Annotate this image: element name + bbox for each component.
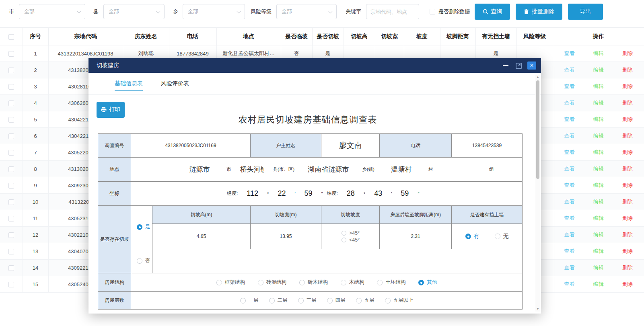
cut-width-value[interactable]: 13.95: [251, 224, 321, 249]
row-checkbox[interactable]: [8, 84, 14, 90]
dialog-scrollbar[interactable]: ▲ ▼: [535, 75, 540, 312]
wall-yes-radio[interactable]: 有: [465, 233, 479, 240]
delete-link[interactable]: 删除: [622, 132, 633, 139]
row-checkbox[interactable]: [8, 265, 14, 271]
floors-option-5plus[interactable]: 五层以上: [385, 297, 414, 304]
structure-option-brick-wood[interactable]: 砖木结构: [299, 279, 328, 286]
county-value[interactable]: 桥头河镇: [240, 165, 264, 174]
view-link[interactable]: 查看: [564, 99, 575, 107]
view-link[interactable]: 查看: [564, 281, 575, 288]
delete-link[interactable]: 删除: [622, 50, 633, 57]
view-link[interactable]: 查看: [564, 182, 575, 189]
edit-link[interactable]: 编辑: [593, 99, 604, 107]
village-value[interactable]: 温塘村: [383, 165, 420, 174]
city-value[interactable]: 涟源市: [181, 165, 218, 174]
edit-link[interactable]: 编辑: [593, 66, 604, 74]
edit-link[interactable]: 编辑: [593, 50, 604, 57]
edit-link[interactable]: 编辑: [593, 116, 604, 123]
show-deleted-checkbox[interactable]: [430, 9, 435, 14]
cut-height-value[interactable]: 4.65: [152, 224, 251, 249]
view-link[interactable]: 查看: [564, 231, 575, 238]
dialog-titlebar[interactable]: 切坡建房 ✕: [88, 58, 541, 73]
township-select[interactable]: 全部: [183, 4, 245, 19]
delete-link[interactable]: 删除: [622, 165, 633, 172]
maximize-icon[interactable]: [516, 63, 522, 69]
delete-link[interactable]: 删除: [622, 66, 633, 74]
view-link[interactable]: 查看: [564, 165, 575, 172]
structure-option-frame[interactable]: 框架结构: [216, 279, 245, 286]
latitude-sec[interactable]: 59: [401, 189, 409, 198]
edit-link[interactable]: 编辑: [593, 165, 604, 172]
row-checkbox[interactable]: [8, 150, 14, 156]
floors-option-2[interactable]: 二层: [269, 297, 288, 304]
delete-link[interactable]: 删除: [622, 198, 633, 205]
row-checkbox[interactable]: [8, 183, 14, 189]
delete-link[interactable]: 删除: [622, 83, 633, 90]
tab-risk-evaluation[interactable]: 风险评价表: [161, 73, 189, 94]
edit-link[interactable]: 编辑: [593, 182, 604, 189]
select-all-checkbox[interactable]: [8, 34, 14, 40]
latitude-min[interactable]: 43: [374, 189, 382, 198]
export-button[interactable]: 导出: [568, 4, 603, 20]
edit-link[interactable]: 编辑: [593, 132, 604, 139]
risk-level-select[interactable]: 全部: [276, 4, 337, 19]
view-link[interactable]: 查看: [564, 132, 575, 139]
structure-option-other[interactable]: 其他: [418, 279, 437, 286]
township-value[interactable]: 湖南省涟源市: [303, 165, 353, 174]
edit-link[interactable]: 编辑: [593, 215, 604, 222]
structure-option-adobe[interactable]: 土坯结构: [377, 279, 405, 286]
row-checkbox[interactable]: [8, 166, 14, 172]
row-checkbox[interactable]: [8, 282, 14, 287]
wall-no-radio[interactable]: 无: [495, 233, 509, 240]
delete-link[interactable]: 删除: [622, 264, 633, 271]
row-checkbox[interactable]: [8, 133, 14, 139]
slope-lt45-radio[interactable]: <45°: [342, 237, 379, 243]
view-link[interactable]: 查看: [564, 50, 575, 57]
delete-link[interactable]: 删除: [622, 149, 633, 156]
view-link[interactable]: 查看: [564, 83, 575, 90]
batch-delete-button[interactable]: 批量删除: [516, 4, 562, 20]
row-checkbox[interactable]: [8, 100, 14, 106]
edit-link[interactable]: 编辑: [593, 281, 604, 288]
query-button[interactable]: 查询: [475, 4, 510, 20]
view-link[interactable]: 查看: [564, 248, 575, 255]
view-link[interactable]: 查看: [564, 149, 575, 156]
cut-slope-no-radio[interactable]: 否: [137, 257, 150, 264]
keyword-input[interactable]: [366, 4, 419, 19]
row-checkbox[interactable]: [8, 216, 14, 221]
latitude-deg[interactable]: 28: [347, 189, 355, 198]
edit-link[interactable]: 编辑: [593, 264, 604, 271]
longitude-min[interactable]: 22: [278, 189, 286, 198]
tab-basic-info[interactable]: 基础信息表: [115, 73, 143, 94]
edit-link[interactable]: 编辑: [593, 231, 604, 238]
row-checkbox[interactable]: [8, 199, 14, 205]
close-icon[interactable]: ✕: [527, 62, 536, 70]
row-checkbox[interactable]: [8, 51, 14, 57]
delete-link[interactable]: 删除: [622, 182, 633, 189]
floors-option-4[interactable]: 四层: [327, 297, 346, 304]
scroll-up-icon[interactable]: ▲: [535, 75, 540, 80]
structure-option-wood[interactable]: 木结构: [341, 279, 364, 286]
delete-link[interactable]: 删除: [622, 215, 633, 222]
longitude-sec[interactable]: 59: [305, 189, 313, 198]
view-link[interactable]: 查看: [564, 66, 575, 74]
scrollbar-thumb[interactable]: [536, 80, 539, 179]
slope-gt45-radio[interactable]: >45°: [342, 230, 379, 236]
delete-link[interactable]: 删除: [622, 231, 633, 238]
city-select[interactable]: 全部: [19, 4, 85, 19]
view-link[interactable]: 查看: [564, 198, 575, 205]
delete-link[interactable]: 删除: [622, 281, 633, 288]
delete-link[interactable]: 删除: [622, 99, 633, 107]
view-link[interactable]: 查看: [564, 264, 575, 271]
edit-link[interactable]: 编辑: [593, 83, 604, 90]
row-checkbox[interactable]: [8, 117, 14, 123]
floors-option-5[interactable]: 五层: [356, 297, 374, 304]
edit-link[interactable]: 编辑: [593, 198, 604, 205]
floors-option-1[interactable]: 一层: [240, 297, 259, 304]
edit-link[interactable]: 编辑: [593, 248, 604, 255]
toe-distance-value[interactable]: 2.31: [380, 224, 452, 249]
delete-link[interactable]: 删除: [622, 116, 633, 123]
longitude-deg[interactable]: 112: [247, 189, 258, 198]
row-checkbox[interactable]: [8, 68, 14, 73]
minimize-icon[interactable]: [503, 65, 508, 66]
